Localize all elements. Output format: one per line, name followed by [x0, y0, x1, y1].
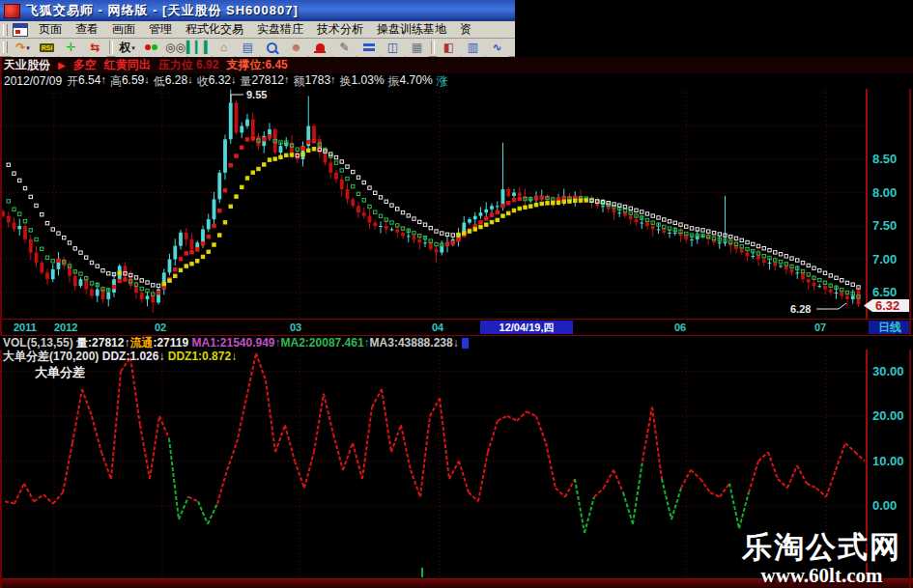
- trend-marker-slow: [312, 148, 315, 151]
- search-icon[interactable]: [260, 39, 284, 57]
- down-arrow-icon: ↓: [144, 73, 150, 90]
- trend-marker-fast: [7, 200, 10, 203]
- traffic-light-icon[interactable]: [139, 39, 163, 57]
- trend-marker-slow: [813, 266, 815, 269]
- rsi-icon[interactable]: RSI: [35, 39, 59, 57]
- menu-item-3[interactable]: 管理: [142, 20, 179, 39]
- up-arrow-icon: ↑: [284, 73, 290, 90]
- grid-window-icon[interactable]: ▦: [405, 39, 429, 57]
- trend-marker-slow: [734, 237, 737, 239]
- trend-marker-slow: [768, 248, 771, 251]
- menu-item-5[interactable]: 实盘猎庄: [250, 20, 310, 39]
- bar-panel-icon[interactable]: ▥: [461, 39, 485, 57]
- candlestick: [190, 239, 194, 249]
- ddz-series-segment: [652, 407, 662, 479]
- user-pointer-icon[interactable]: ☻: [284, 39, 308, 57]
- stacked-panels-icon[interactable]: [357, 39, 381, 57]
- menu-item-0[interactable]: 页面: [32, 20, 69, 39]
- trend-marker-fast: [79, 272, 82, 275]
- vol-ma1: MA1:21540.949: [191, 336, 274, 350]
- candlestick: [657, 229, 661, 230]
- trend-marker-slow: [134, 276, 137, 279]
- undo-arrow-icon[interactable]: ↷▾: [11, 39, 35, 57]
- ddz-arrow: ↓: [158, 350, 164, 363]
- alarm-bell-icon[interactable]: [308, 39, 332, 57]
- trend-marker-slow: [524, 206, 527, 209]
- candlestick: [35, 253, 39, 263]
- kline-window-icon[interactable]: ◧: [437, 39, 461, 57]
- trend-marker-fast: [201, 242, 204, 245]
- trend-marker-slow: [851, 283, 854, 286]
- menu-item-6[interactable]: 技术分析: [310, 20, 370, 39]
- trend-marker-fast: [346, 177, 349, 180]
- ddz1-value: DDZ1:0.872: [168, 350, 231, 363]
- home-icon[interactable]: ⌂: [212, 39, 236, 57]
- menu-grip[interactable]: [3, 24, 8, 36]
- child-window-icon[interactable]: [13, 23, 28, 37]
- menu-item-8[interactable]: 资: [453, 20, 478, 39]
- trend-marker-slow: [162, 282, 165, 285]
- crosshair-icon[interactable]: ✛: [59, 39, 83, 57]
- ddz-series-segment: [778, 479, 787, 488]
- date-axis[interactable]: 201120120203040607 12/04/19,四 日线: [0, 319, 913, 336]
- ddz-series-segment: [411, 470, 420, 497]
- menu-item-4[interactable]: 程式化交易: [179, 20, 250, 39]
- candlestick: [84, 279, 88, 289]
- ddz-series-segment: [130, 358, 140, 426]
- candlestick: [813, 283, 816, 286]
- ddz-series-segment: [111, 372, 121, 480]
- candlestick: [368, 216, 372, 223]
- signal-duokong: 多空: [73, 57, 97, 73]
- trend-marker-slow: [579, 199, 582, 202]
- main-candlestick-chart[interactable]: 8.508.007.507.006.506.329.556.28: [0, 89, 913, 319]
- rights-adjust-icon[interactable]: 权▾: [115, 39, 139, 57]
- trend-marker-slow: [529, 205, 532, 208]
- candlestick: [496, 206, 499, 207]
- quote-columns-icon[interactable]: ▍▎▍: [187, 39, 212, 57]
- menu-item-1[interactable]: 查看: [69, 20, 105, 39]
- menu-item-2[interactable]: 画面: [105, 20, 142, 39]
- trend-marker-slow: [157, 284, 159, 287]
- title-bar[interactable]: 飞狐交易师 - 网络版 - [天业股份 SH600807]: [0, 0, 515, 21]
- ddz-series-segment: [101, 452, 111, 479]
- trend-marker-slow: [774, 251, 777, 254]
- ddz-series-segment: [816, 488, 826, 496]
- candlestick: [235, 102, 239, 132]
- date-tick-label: 03: [290, 322, 301, 333]
- candlestick: [673, 233, 677, 234]
- binoculars-icon[interactable]: ◎◎: [163, 39, 187, 57]
- period-label[interactable]: 日线: [869, 321, 911, 334]
- trend-marker-fast: [229, 164, 232, 167]
- candlestick: [240, 126, 243, 133]
- split-columns-icon[interactable]: ◫: [381, 39, 405, 57]
- pencil-icon[interactable]: ✎: [332, 39, 357, 57]
- support-level: 支撑位:6.45: [226, 57, 287, 73]
- menu-item-7[interactable]: 操盘训练基地: [370, 20, 453, 39]
- quote-field-value: 4.70%: [400, 73, 433, 90]
- ddz-series-segment: [53, 492, 63, 504]
- line-chart-icon[interactable]: ∿: [485, 39, 509, 57]
- candlestick: [251, 120, 255, 136]
- trend-marker-slow: [818, 268, 821, 271]
- trend-marker-slow: [641, 210, 643, 213]
- trend-marker-slow: [385, 200, 387, 203]
- compare-arrows-icon[interactable]: ⇆: [83, 39, 107, 57]
- ddz-series-segment: [372, 389, 382, 407]
- trend-marker-slow: [68, 241, 71, 244]
- trend-marker-slow: [301, 153, 304, 155]
- trend-marker-fast: [501, 204, 504, 207]
- toolbar-grip[interactable]: [3, 42, 8, 53]
- candlestick: [518, 193, 522, 196]
- trend-marker-fast: [196, 248, 199, 251]
- candlestick: [328, 162, 332, 172]
- book-icon[interactable]: ▤: [236, 39, 260, 57]
- ddz-series-segment: [845, 443, 855, 452]
- trend-marker-slow: [223, 221, 226, 224]
- candlestick: [357, 206, 360, 212]
- ddz-series-segment: [469, 492, 478, 501]
- candlestick: [484, 210, 488, 212]
- ddz-series-segment: [208, 504, 217, 524]
- date-tick-label: 02: [155, 322, 166, 333]
- trend-marker-slow: [179, 268, 182, 271]
- trend-marker-slow: [152, 284, 155, 287]
